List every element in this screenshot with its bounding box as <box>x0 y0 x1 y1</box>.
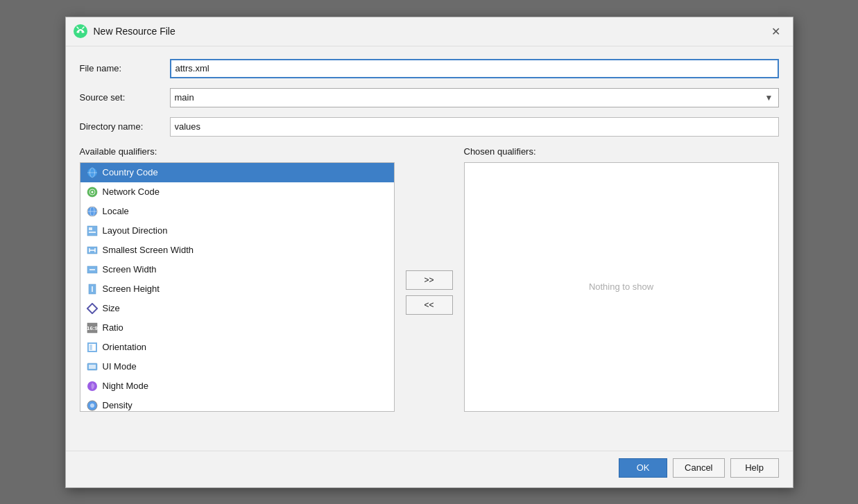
size-icon <box>86 302 98 315</box>
source-set-wrapper: main debug release ▼ <box>170 88 779 107</box>
qualifier-ui-mode-label: UI Mode <box>103 361 137 372</box>
qualifier-locale[interactable]: Locale <box>80 202 394 221</box>
qualifier-night-mode-label: Night Mode <box>103 381 148 391</box>
qualifier-screen-width-label: Screen Width <box>103 264 157 275</box>
svg-text:16:9: 16:9 <box>87 325 98 331</box>
android-studio-icon <box>73 24 88 39</box>
dialog-title: New Resource File <box>94 26 175 37</box>
svg-rect-25 <box>87 303 96 313</box>
svg-point-1 <box>77 31 79 33</box>
ratio-icon: 16:9 <box>86 322 98 334</box>
qualifier-density-label: Density <box>103 400 132 410</box>
help-button[interactable]: Help <box>730 458 779 478</box>
title-bar: New Resource File ✕ <box>66 17 793 46</box>
available-qualifiers-label: Available qualifiers: <box>80 146 395 157</box>
qualifier-smallest-screen-width[interactable]: Smallest Screen Width <box>80 241 394 260</box>
svg-rect-15 <box>89 227 92 230</box>
qualifier-ui-mode[interactable]: UI Mode <box>80 357 394 376</box>
new-resource-file-dialog: New Resource File ✕ File name: Source se… <box>65 17 793 488</box>
qualifier-screen-width[interactable]: Screen Width <box>80 260 394 279</box>
dialog-body: File name: Source set: main debug releas… <box>66 46 793 451</box>
network-icon <box>86 186 98 198</box>
file-name-input[interactable] <box>170 59 779 78</box>
directory-name-input[interactable] <box>170 117 779 137</box>
orientation-icon <box>86 341 98 354</box>
screen-height-icon <box>86 283 98 295</box>
svg-rect-29 <box>89 345 92 350</box>
nothing-to-show-text: Nothing to show <box>589 281 653 292</box>
available-qualifiers-list[interactable]: Country Code Network Code <box>80 162 395 412</box>
dialog-footer: OK Cancel Help <box>66 451 793 487</box>
density-icon <box>86 399 98 412</box>
qualifier-locale-label: Locale <box>103 206 129 216</box>
qualifier-country-code-label: Country Code <box>103 167 158 177</box>
available-qualifiers-panel: Available qualifiers: Country Code <box>80 146 395 440</box>
qualifier-country-code[interactable]: Country Code <box>80 163 394 182</box>
svg-rect-16 <box>89 232 96 233</box>
source-set-row: Source set: main debug release ▼ <box>80 88 779 107</box>
layout-direction-icon <box>86 225 98 237</box>
qualifier-size-label: Size <box>103 303 120 313</box>
source-set-label: Source set: <box>80 92 163 103</box>
qualifier-ratio[interactable]: 16:9 Ratio <box>80 318 394 338</box>
screen-width-icon <box>86 263 98 276</box>
qualifier-orientation-label: Orientation <box>103 342 147 352</box>
title-bar-left: New Resource File <box>73 24 175 39</box>
file-name-label: File name: <box>80 63 163 73</box>
move-right-button[interactable]: >> <box>406 270 453 290</box>
qualifier-screen-height-label: Screen Height <box>103 284 160 294</box>
qualifier-density[interactable]: Density <box>80 396 394 412</box>
close-button[interactable]: ✕ <box>768 23 784 40</box>
night-mode-icon <box>86 380 98 392</box>
smallest-screen-width-icon <box>86 244 98 257</box>
cancel-button[interactable]: Cancel <box>673 458 724 478</box>
qualifier-orientation[interactable]: Orientation <box>80 338 394 357</box>
qualifier-network-code-label: Network Code <box>103 186 160 197</box>
ui-mode-icon <box>86 360 98 373</box>
svg-point-10 <box>91 191 93 193</box>
qualifiers-section: Available qualifiers: Country Code <box>80 146 779 440</box>
chosen-qualifiers-panel: Chosen qualifiers: Nothing to show <box>464 146 779 440</box>
qualifier-smallest-screen-width-label: Smallest Screen Width <box>103 245 194 255</box>
svg-point-34 <box>90 403 94 408</box>
qualifier-size[interactable]: Size <box>80 299 394 318</box>
directory-name-label: Directory name: <box>80 121 163 132</box>
chosen-qualifiers-label: Chosen qualifiers: <box>464 146 779 157</box>
qualifier-ratio-label: Ratio <box>103 322 123 333</box>
globe-icon <box>86 166 98 179</box>
qualifier-network-code[interactable]: Network Code <box>80 182 394 202</box>
chosen-qualifiers-list: Nothing to show <box>464 162 779 412</box>
svg-point-2 <box>81 31 83 33</box>
qualifier-screen-height[interactable]: Screen Height <box>80 279 394 299</box>
svg-rect-31 <box>89 365 96 369</box>
move-buttons-panel: >> << <box>395 146 464 440</box>
directory-name-row: Directory name: <box>80 117 779 137</box>
qualifier-layout-direction-label: Layout Direction <box>103 225 168 236</box>
ok-button[interactable]: OK <box>619 458 667 478</box>
svg-point-0 <box>74 24 87 38</box>
file-name-row: File name: <box>80 59 779 78</box>
source-set-select[interactable]: main debug release <box>170 88 779 107</box>
move-left-button[interactable]: << <box>406 295 453 315</box>
qualifier-night-mode[interactable]: Night Mode <box>80 376 394 396</box>
qualifier-layout-direction[interactable]: Layout Direction <box>80 221 394 241</box>
locale-icon <box>86 205 98 218</box>
